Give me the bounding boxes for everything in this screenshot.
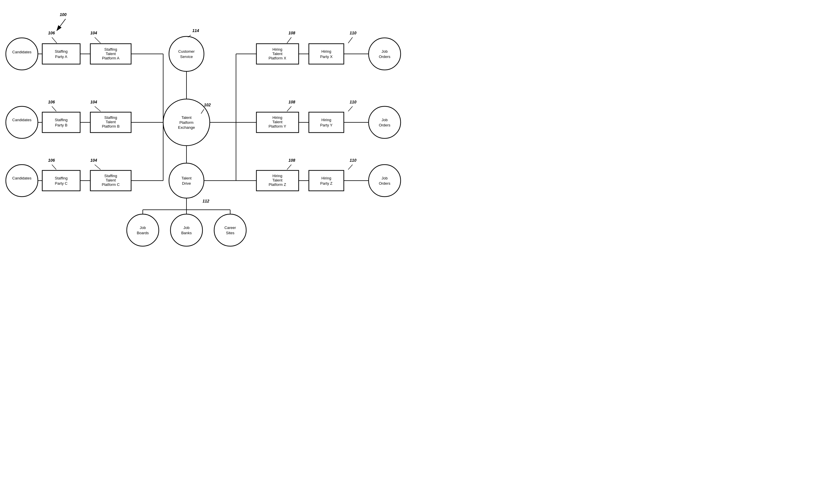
job-orders-z-circle <box>368 165 401 197</box>
staffing-party-a-label2: Party A <box>55 54 67 59</box>
hiring-party-y-label1: Hiring <box>322 118 331 122</box>
talent-drive-label1: Talent <box>182 176 192 180</box>
job-boards-circle <box>127 214 159 246</box>
hiring-platform-z-label1: Hiring <box>272 174 282 178</box>
label-104-mid-line <box>95 106 100 111</box>
label-110-top-line <box>348 37 353 43</box>
staffing-platform-a-label2: Talent <box>106 52 116 56</box>
job-orders-x-label1: Job <box>382 49 388 54</box>
job-orders-z-label1: Job <box>382 176 388 180</box>
label-106-bot-line <box>52 165 56 170</box>
label-108-mid-line <box>287 106 291 111</box>
job-orders-y-circle <box>368 106 401 138</box>
staffing-party-b-label2: Party B <box>55 123 68 127</box>
hiring-party-z-label2: Party Z <box>320 181 332 186</box>
label-104-bot: 104 <box>90 158 97 163</box>
candidates-c-circle <box>6 165 38 197</box>
job-boards-label1: Job <box>140 225 146 230</box>
tpe-label2: Platform <box>180 120 193 125</box>
label-104-top: 104 <box>90 30 97 35</box>
staffing-party-c-label1: Staffing <box>55 176 68 180</box>
label-108-bot: 108 <box>288 158 295 163</box>
hiring-platform-y-label3: Platform Y <box>269 124 286 128</box>
label-100: 100 <box>60 12 67 17</box>
label-108-top-line <box>287 37 291 43</box>
career-sites-label1: Career <box>224 225 236 230</box>
staffing-platform-c-label3: Platform C <box>102 183 119 187</box>
job-banks-label2: Banks <box>181 231 192 235</box>
career-sites-circle <box>214 214 246 246</box>
staffing-platform-a-label3: Platform A <box>102 56 119 60</box>
arrow-100 <box>57 19 66 30</box>
candidates-a-label: Candidates <box>12 50 31 54</box>
hiring-party-x-rect <box>309 44 344 64</box>
hiring-platform-y-label2: Talent <box>272 120 283 124</box>
candidates-b-label: Candidates <box>12 118 31 122</box>
label-108-top: 108 <box>288 30 295 35</box>
label-110-bot: 110 <box>350 158 357 163</box>
label-104-bot-line <box>95 165 100 170</box>
hiring-party-y-label2: Party Y <box>320 123 333 127</box>
staffing-platform-c-label2: Talent <box>106 178 116 183</box>
label-106-bot: 106 <box>48 158 55 163</box>
staffing-platform-c-label1: Staffing <box>104 174 117 178</box>
candidates-b-circle <box>6 106 38 138</box>
job-orders-z-label2: Orders <box>379 181 390 186</box>
hiring-platform-z-label3: Platform Z <box>269 183 286 187</box>
hiring-platform-x-label3: Platform X <box>269 56 286 60</box>
label-108-mid: 108 <box>288 100 295 104</box>
staffing-party-b-rect <box>42 112 80 133</box>
staffing-party-b-label1: Staffing <box>55 118 68 122</box>
staffing-platform-b-label1: Staffing <box>104 115 117 120</box>
label-106-mid-line <box>52 106 56 111</box>
customer-service-label1: Customer <box>178 49 195 54</box>
staffing-party-a-label: Staffing <box>55 49 68 54</box>
job-orders-x-label2: Orders <box>379 54 390 59</box>
label-114: 114 <box>192 28 199 33</box>
label-110-bot-line <box>348 165 353 170</box>
staffing-platform-b-label2: Talent <box>106 120 116 124</box>
hiring-party-x-label1: Hiring <box>322 49 331 54</box>
tpe-label1: Talent <box>182 115 192 120</box>
hiring-platform-x-label1: Hiring <box>272 47 282 52</box>
label-102: 102 <box>204 102 211 107</box>
job-banks-circle <box>170 214 203 246</box>
job-banks-label1: Job <box>184 225 190 230</box>
customer-service-circle <box>169 37 204 71</box>
staffing-party-c-label2: Party C <box>55 181 67 186</box>
hiring-platform-y-label1: Hiring <box>272 115 282 120</box>
staffing-platform-a-label1: Staffing <box>104 47 117 52</box>
label-104-top-line <box>95 37 100 43</box>
hiring-platform-z-label2: Talent <box>272 178 283 183</box>
hiring-party-z-label1: Hiring <box>322 176 331 180</box>
hiring-party-x-label2: Party X <box>320 54 333 59</box>
tpe-label3: Exchange <box>178 125 195 130</box>
talent-drive-circle <box>169 163 204 198</box>
label-110-top: 110 <box>350 30 357 35</box>
label-106-top-line <box>52 37 57 43</box>
label-104-mid: 104 <box>90 100 97 104</box>
label-110-mid: 110 <box>350 100 357 104</box>
customer-service-label2: Service <box>180 54 193 59</box>
staffing-platform-b-label3: Platform B <box>102 124 120 128</box>
job-orders-x-circle <box>368 38 401 70</box>
label-106-top: 106 <box>48 30 55 35</box>
career-sites-label2: Sites <box>226 231 235 235</box>
candidates-c-label: Candidates <box>12 176 31 180</box>
talent-drive-label2: Drive <box>182 181 191 186</box>
staffing-party-c-rect <box>42 170 80 191</box>
job-orders-y-label1: Job <box>382 118 388 122</box>
label-108-bot-line <box>287 165 291 170</box>
job-orders-y-label2: Orders <box>379 123 390 127</box>
staffing-party-a-rect <box>42 44 80 64</box>
hiring-party-z-rect <box>309 170 344 191</box>
label-110-mid-line <box>348 106 353 111</box>
job-boards-label2: Boards <box>137 231 149 235</box>
hiring-platform-x-label2: Talent <box>272 52 283 56</box>
label-112: 112 <box>203 199 210 203</box>
hiring-party-y-rect <box>309 112 344 133</box>
label-106-mid: 106 <box>48 100 55 104</box>
